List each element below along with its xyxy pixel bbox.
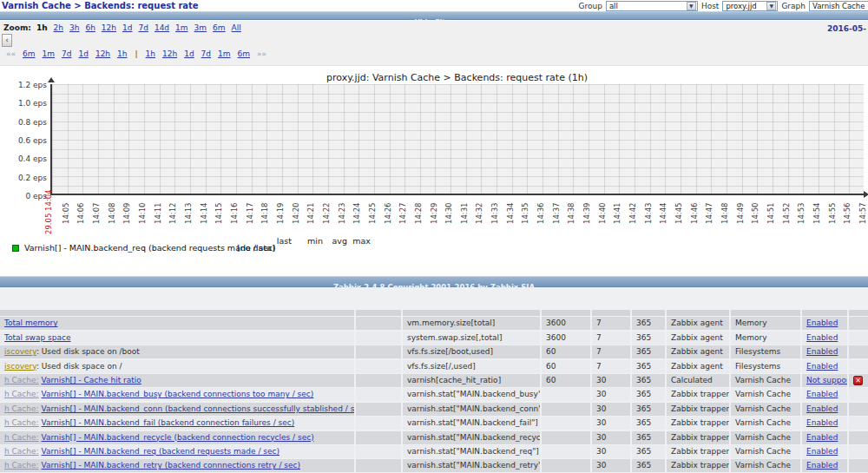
x-axis-label: 14:26 — [385, 203, 392, 225]
zoom-link-12h[interactable]: 12h — [102, 23, 116, 32]
item-name-link[interactable]: Varnish[] - MAIN.backend_busy (backend c… — [41, 390, 313, 398]
status-cell: Enabled — [802, 345, 847, 358]
item-name-link[interactable]: Varnish[] - MAIN.backend_req (backend re… — [41, 447, 279, 456]
status-link-notsupported[interactable]: Not supported — [806, 376, 847, 384]
status-cell: Enabled — [802, 317, 847, 330]
hide-filter-bar[interactable]: « Hide filter » — [0, 11, 868, 20]
graph-select[interactable]: Varnish Cache — [809, 1, 868, 11]
item-name-link[interactable]: Total swap space — [4, 333, 70, 342]
nav-fwd-12h[interactable]: 12h — [162, 49, 177, 58]
template-prefix-link[interactable]: h Cache: — [4, 376, 39, 384]
zoom-link-14d[interactable]: 14d — [155, 23, 169, 32]
status-link-enabled[interactable]: Enabled — [806, 447, 838, 456]
status-link-enabled[interactable]: Enabled — [806, 433, 838, 442]
nav-back-1h[interactable]: 1h — [117, 49, 127, 58]
y-axis-label: 0.6 eps — [7, 136, 47, 145]
item-name-link[interactable]: Varnish[] - MAIN.backend_fail (backend c… — [41, 418, 294, 427]
nav-fwd-1m[interactable]: 1m — [218, 49, 231, 58]
item-key-cell: varnish[cache_hit_ratio] — [403, 374, 540, 387]
template-prefix-link[interactable]: h Cache: — [4, 447, 39, 456]
zoom-link-1m[interactable]: 1m — [175, 23, 188, 32]
x-axis-label: 14:09 — [123, 203, 131, 225]
y-axis-label: 0.4 eps — [7, 154, 47, 163]
discovery-prefix-link[interactable]: iscovery — [4, 362, 36, 371]
zoom-link-3h[interactable]: 3h — [69, 23, 79, 32]
template-prefix-link[interactable]: h Cache: — [4, 390, 39, 398]
trends-cell: 365 — [632, 374, 665, 387]
x-axis-label: 14:06 — [77, 203, 85, 225]
table-header-cell — [632, 310, 665, 316]
template-prefix-link[interactable]: h Cache: — [4, 418, 39, 427]
items-table: Total memoryvm.memory.size[total]3600736… — [0, 310, 868, 473]
error-x-icon[interactable]: ✕ — [853, 376, 863, 385]
nav-back-1d[interactable]: 1d — [78, 49, 88, 58]
zoom-link-3m[interactable]: 3m — [194, 23, 207, 32]
template-prefix-link[interactable]: h Cache: — [4, 433, 39, 442]
discovery-prefix-link[interactable]: iscovery — [4, 347, 36, 356]
item-key-cell: varnish.stat["MAIN.backend_req"] — [403, 445, 540, 458]
triggers-cell — [356, 374, 401, 387]
status-link-enabled[interactable]: Enabled — [806, 461, 838, 470]
filter-panel: Zoom:1h2h3h6h12h1d7d14d1m3m6mAll 2016-05… — [0, 21, 868, 66]
nav-fwd-6m[interactable]: 6m — [238, 49, 251, 58]
nav-fwd-1h[interactable]: 1h — [146, 49, 155, 58]
x-axis-label: 14:37 — [553, 203, 561, 225]
group-select[interactable]: all ▼ — [606, 1, 698, 11]
history-cell: 7 — [592, 332, 630, 345]
nav-prev-icon[interactable]: «« — [6, 49, 16, 58]
zoom-link-6m[interactable]: 6m — [213, 23, 226, 32]
table-row: h Cache: Varnish[] - MAIN.backend_retry … — [0, 459, 868, 472]
x-axis-label: 14:51 — [767, 203, 775, 225]
nav-next-icon[interactable]: »» — [257, 49, 266, 58]
item-name-link[interactable]: Total memory — [4, 319, 57, 327]
status-cell: Enabled — [802, 445, 847, 458]
x-axis-label: 14:46 — [691, 203, 699, 225]
y-axis-arrow-icon — [48, 77, 55, 82]
nav-fwd-7d[interactable]: 7d — [201, 49, 211, 58]
x-axis-label: 14:24 — [353, 203, 361, 225]
triggers-cell — [356, 388, 401, 401]
item-name-link[interactable]: Varnish[] - Cache hit ratio — [41, 376, 141, 384]
nav-back-7d[interactable]: 7d — [62, 49, 71, 58]
status-link-enabled[interactable]: Enabled — [806, 347, 838, 356]
triggers-cell — [356, 317, 401, 330]
nav-back-1m[interactable]: 1m — [43, 49, 56, 58]
scrollbar-left-arrow[interactable]: ‹ — [2, 34, 12, 47]
nav-back-12h[interactable]: 12h — [95, 49, 110, 58]
y-axis-label: 0 eps — [7, 192, 47, 200]
history-cell: 30 — [592, 388, 630, 401]
item-name-cell: iscovery: Used disk space on /boot — [0, 345, 354, 358]
history-cell: 30 — [592, 459, 630, 472]
x-axis-label: 14:14 — [201, 203, 208, 225]
zoom-link-1d[interactable]: 1d — [122, 23, 132, 32]
item-name-link[interactable]: Varnish[] - MAIN.backend_retry (backend … — [41, 461, 300, 470]
x-axis-label: 14:25 — [369, 203, 377, 225]
graph-label: Graph — [781, 2, 806, 10]
status-link-enabled[interactable]: Enabled — [806, 362, 838, 371]
zoom-link-7d[interactable]: 7d — [138, 23, 148, 32]
status-link-enabled[interactable]: Enabled — [806, 390, 838, 398]
item-key-cell: varnish.stat["MAIN.backend_busy"] — [403, 388, 540, 401]
status-link-enabled[interactable]: Enabled — [806, 418, 838, 427]
nav-fwd-1d[interactable]: 1d — [184, 49, 194, 58]
history-cell: 30 — [592, 374, 630, 387]
table-row: h Cache: Varnish[] - MAIN.backend_req (b… — [0, 445, 868, 458]
table-header-row — [0, 310, 868, 316]
zoom-link-6h[interactable]: 6h — [85, 23, 95, 32]
status-link-enabled[interactable]: Enabled — [806, 333, 838, 342]
x-axis-arrow-icon — [864, 191, 868, 198]
item-name-link[interactable]: Varnish[] - MAIN.backend_recycle (backen… — [41, 433, 313, 442]
zoom-link-All[interactable]: All — [232, 23, 241, 32]
status-link-enabled[interactable]: Enabled — [806, 319, 838, 327]
zoom-link-2h[interactable]: 2h — [54, 23, 63, 32]
template-prefix-link[interactable]: h Cache: — [4, 461, 39, 470]
history-cell: 30 — [592, 417, 630, 430]
host-select[interactable]: proxy.jjd ▼ — [722, 1, 778, 11]
item-name-link[interactable]: Varnish[] - MAIN.backend_conn (backend c… — [41, 404, 354, 413]
nav-back-6m[interactable]: 6m — [23, 49, 36, 58]
x-axis-label: 14:12 — [169, 203, 177, 225]
item-name-cell: h Cache: Varnish[] - MAIN.backend_fail (… — [0, 417, 354, 430]
status-link-enabled[interactable]: Enabled — [806, 404, 838, 413]
template-prefix-link[interactable]: h Cache: — [4, 404, 39, 413]
table-header-cell — [0, 310, 354, 316]
